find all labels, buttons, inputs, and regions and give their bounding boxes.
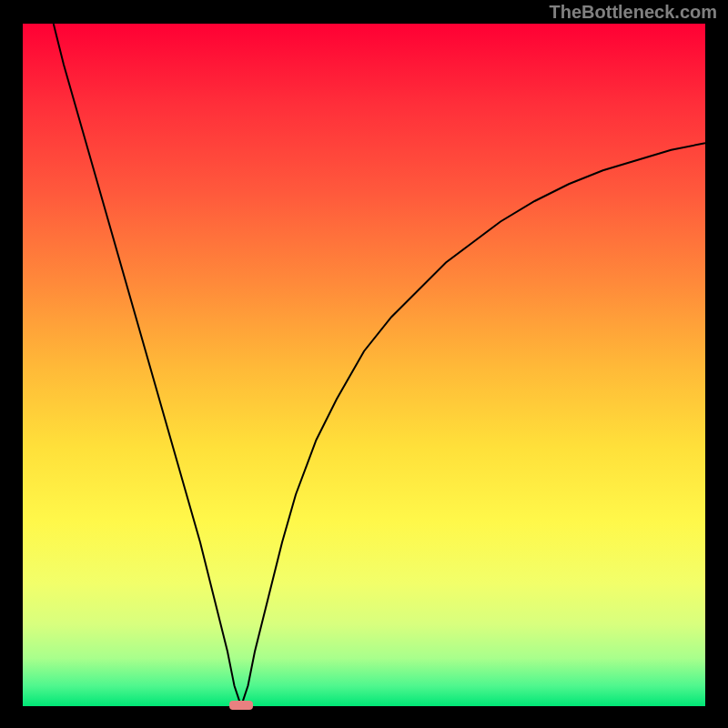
optimal-marker bbox=[229, 701, 253, 710]
watermark-text: TheBottleneck.com bbox=[550, 2, 717, 23]
chart-container: TheBottleneck.com bbox=[0, 0, 728, 728]
plot-background bbox=[23, 24, 705, 706]
bottleneck-chart bbox=[0, 0, 728, 728]
